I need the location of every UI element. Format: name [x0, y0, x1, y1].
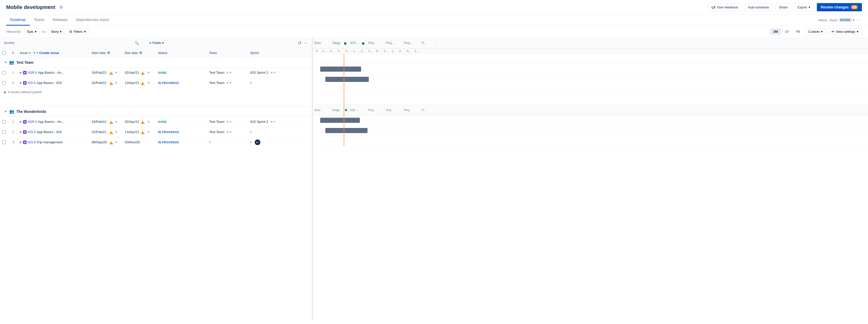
back-circle-icon[interactable]: ↩: [255, 140, 260, 145]
no-parent-row[interactable]: ▶ 0 issues without parent: [0, 88, 312, 96]
feedback-button[interactable]: 📢 Give feedback: [708, 4, 741, 11]
row-num: 1: [10, 69, 18, 76]
team-dropdown-icon[interactable]: ▾: [209, 141, 211, 144]
filters-button[interactable]: ⊟ Filters ▾: [66, 28, 89, 35]
expand-icon[interactable]: ▶: [20, 130, 22, 133]
collapse-icon[interactable]: ▼: [4, 110, 7, 113]
clear-team-icon[interactable]: ✕: [226, 81, 229, 85]
views-basic[interactable]: Basic EDITED ▾: [830, 18, 855, 22]
th-start[interactable]: Start date D: [90, 50, 123, 56]
expand-icon[interactable]: ▶: [20, 120, 22, 123]
redo-icon[interactable]: ↔: [304, 41, 308, 45]
gantt-date-col: 2...: [359, 48, 367, 54]
clear-start-icon[interactable]: ✕: [115, 120, 117, 124]
undo-icon[interactable]: ↺: [298, 40, 302, 46]
team-dropdown-icon[interactable]: ▾: [230, 71, 231, 74]
tab-dependencies[interactable]: Dependencies report: [72, 14, 113, 26]
th-due[interactable]: Due date D: [123, 50, 156, 56]
row-checkbox[interactable]: [0, 119, 10, 125]
row-start: 22/Feb/21 ✕: [90, 129, 123, 135]
share-button[interactable]: Share: [775, 4, 791, 11]
expand-icon[interactable]: ▶: [20, 71, 22, 74]
expand-icon[interactable]: ▶: [20, 141, 22, 144]
tab-releases[interactable]: Releases: [49, 14, 72, 26]
clear-due-icon[interactable]: ✕: [147, 81, 150, 85]
clear-team-icon[interactable]: ✕: [226, 130, 229, 134]
gantt-bar[interactable]: [320, 118, 360, 123]
story-select[interactable]: Story ▾: [48, 28, 64, 35]
clear-sprint-icon[interactable]: ✕: [270, 120, 273, 124]
clear-start-icon[interactable]: ✕: [115, 71, 117, 75]
row-num: 1: [10, 119, 18, 125]
group-header-wunderkinds[interactable]: ▼ 👥 The Wunderkinds: [0, 107, 312, 117]
sprint-dropdown-icon[interactable]: ▾: [250, 130, 252, 134]
row-issue: ▶ ■ ADR-5 App Basics - An...: [18, 119, 90, 125]
gantt-bar[interactable]: [320, 66, 361, 72]
gantt-sprint-headers: Emu Dingo IOS ... Proj... Proj... Proj..…: [313, 38, 868, 48]
time-fit-button[interactable]: Fit: [793, 28, 803, 35]
clear-due-icon[interactable]: ✕: [147, 130, 150, 134]
row-team: Test Team ✕ ▾: [207, 80, 248, 86]
team-icon: 👥: [9, 60, 14, 65]
review-changes-button[interactable]: Review changes 34: [817, 3, 862, 11]
clear-due-icon[interactable]: ✕: [147, 120, 150, 124]
gantt-date-col: 1...: [382, 48, 390, 54]
clear-team-icon[interactable]: ✕: [226, 71, 229, 75]
th-issue[interactable]: Issue ▾ + + Create issue: [18, 50, 90, 56]
row-checkbox[interactable]: [0, 140, 10, 145]
clear-team-icon[interactable]: ✕: [226, 120, 229, 124]
issue-id-link[interactable]: ADR-5: [28, 120, 37, 124]
fields-button[interactable]: ≡ Fields ▾: [147, 40, 166, 46]
team-dropdown-icon[interactable]: ▾: [230, 81, 231, 84]
nav-tabs: Roadmap Teams Releases Dependencies repo…: [0, 14, 868, 26]
start-warning-icon: [109, 131, 113, 134]
expand-icon[interactable]: ▶: [20, 81, 22, 84]
sprint-dropdown-icon[interactable]: ▾: [274, 120, 275, 123]
sprint-dropdown-icon[interactable]: ▾: [274, 71, 275, 74]
gantt-empty-row: [313, 84, 868, 95]
issue-type-icon: ■: [23, 120, 27, 124]
clear-sprint-icon[interactable]: ✕: [270, 71, 273, 75]
start-warning-icon: [109, 121, 113, 124]
sprint-dropdown-icon[interactable]: ▾: [250, 141, 252, 144]
clear-due-icon[interactable]: ✕: [147, 71, 150, 75]
clear-start-icon[interactable]: ✕: [115, 130, 117, 134]
start-warning-icon: [109, 72, 113, 75]
more-options-icon[interactable]: ···: [857, 18, 862, 23]
create-issue-button[interactable]: + + Create issue: [33, 51, 59, 55]
chevron-down-icon: ▾: [821, 30, 823, 33]
autoschedule-button[interactable]: Auto-schedule: [744, 4, 772, 11]
custom-button[interactable]: Custom ▾: [805, 28, 826, 35]
gantt-bar[interactable]: [325, 77, 369, 82]
tab-teams[interactable]: Teams: [30, 14, 49, 26]
clear-start-icon[interactable]: ✕: [115, 81, 117, 85]
issue-id-link[interactable]: IOS-5: [28, 81, 35, 85]
row-checkbox[interactable]: [0, 80, 10, 86]
clear-start-icon[interactable]: ✕: [115, 141, 117, 144]
issue-id-link[interactable]: IOS-5: [28, 130, 35, 134]
issue-id-link[interactable]: ADR-5: [28, 71, 37, 75]
epic-select[interactable]: Epic ▾: [24, 28, 39, 35]
view-settings-button[interactable]: ⇌ View settings ▾: [828, 28, 862, 35]
collapse-icon[interactable]: ▼: [4, 61, 7, 64]
search-icon[interactable]: 🔍: [134, 41, 139, 45]
to-label: to: [42, 30, 45, 33]
gear-icon[interactable]: ⚙: [59, 5, 63, 10]
tab-roadmap[interactable]: Roadmap: [6, 14, 30, 26]
issue-id-link[interactable]: IOS-6: [28, 141, 35, 144]
select-all-checkbox[interactable]: [2, 51, 6, 55]
scope-label: SCOPE: [4, 41, 14, 45]
team-dropdown-icon[interactable]: ▾: [230, 130, 231, 134]
table-row: 2 ▶ ■ IOS-5 App Basics - iOS 22/Feb/21 ✕…: [0, 127, 312, 137]
gantt-bar[interactable]: [325, 128, 368, 133]
row-checkbox[interactable]: [0, 70, 10, 76]
th-num: #: [10, 50, 18, 56]
export-button[interactable]: Export ▾: [794, 4, 814, 11]
group-header-test-team[interactable]: ▼ 👥 Test Team: [0, 57, 312, 67]
group-name: The Wunderkinds: [17, 110, 46, 114]
sprint-dropdown-icon[interactable]: ▾: [250, 81, 252, 84]
time-3m-button[interactable]: 3M: [770, 28, 781, 35]
team-dropdown-icon[interactable]: ▾: [230, 120, 231, 123]
row-checkbox[interactable]: [0, 129, 10, 135]
time-1y-button[interactable]: 1Y: [782, 28, 792, 35]
